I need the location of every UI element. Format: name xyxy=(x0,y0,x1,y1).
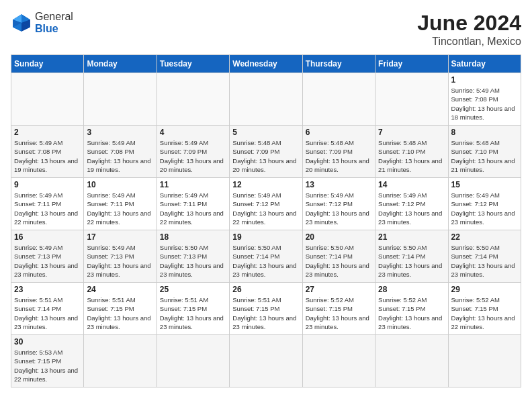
day-cell: 30Sunrise: 5:53 AM Sunset: 7:15 PM Dayli… xyxy=(11,335,84,387)
day-number: 8 xyxy=(451,128,518,137)
day-cell: 23Sunrise: 5:51 AM Sunset: 7:14 PM Dayli… xyxy=(11,283,84,335)
day-cell: 6Sunrise: 5:48 AM Sunset: 7:09 PM Daylig… xyxy=(302,126,375,178)
day-info: Sunrise: 5:49 AM Sunset: 7:13 PM Dayligh… xyxy=(87,243,153,279)
day-number: 21 xyxy=(378,232,445,242)
day-cell xyxy=(302,73,375,126)
day-cell: 26Sunrise: 5:51 AM Sunset: 7:15 PM Dayli… xyxy=(230,283,302,335)
day-cell xyxy=(11,73,84,126)
week-row-5: 23Sunrise: 5:51 AM Sunset: 7:14 PM Dayli… xyxy=(11,283,521,335)
day-info: Sunrise: 5:49 AM Sunset: 7:12 PM Dayligh… xyxy=(306,191,372,226)
day-cell xyxy=(84,335,157,387)
day-cell: 21Sunrise: 5:50 AM Sunset: 7:14 PM Dayli… xyxy=(375,230,448,283)
week-row-2: 2Sunrise: 5:49 AM Sunset: 7:08 PM Daylig… xyxy=(11,126,521,178)
day-number: 1 xyxy=(451,75,518,85)
day-info: Sunrise: 5:53 AM Sunset: 7:15 PM Dayligh… xyxy=(14,348,81,383)
day-number: 7 xyxy=(378,128,445,137)
day-cell xyxy=(84,73,157,126)
day-number: 3 xyxy=(87,128,153,137)
day-cell xyxy=(302,335,375,387)
day-cell xyxy=(157,335,229,387)
day-number: 5 xyxy=(232,128,299,137)
day-number: 22 xyxy=(451,232,518,242)
day-number: 14 xyxy=(378,180,445,189)
day-cell xyxy=(375,335,448,387)
header-sunday: Sunday xyxy=(11,55,84,73)
day-number: 9 xyxy=(14,180,81,189)
day-cell xyxy=(230,73,302,126)
day-info: Sunrise: 5:49 AM Sunset: 7:11 PM Dayligh… xyxy=(87,191,153,226)
day-cell: 15Sunrise: 5:49 AM Sunset: 7:12 PM Dayli… xyxy=(448,178,521,230)
header-thursday: Thursday xyxy=(302,55,375,73)
day-cell: 25Sunrise: 5:51 AM Sunset: 7:15 PM Dayli… xyxy=(157,283,229,335)
day-info: Sunrise: 5:49 AM Sunset: 7:09 PM Dayligh… xyxy=(160,138,226,174)
day-info: Sunrise: 5:52 AM Sunset: 7:15 PM Dayligh… xyxy=(451,295,518,331)
day-info: Sunrise: 5:50 AM Sunset: 7:14 PM Dayligh… xyxy=(232,243,299,279)
week-row-1: 1Sunrise: 5:49 AM Sunset: 7:08 PM Daylig… xyxy=(11,73,521,126)
calendar-header-row: Sunday Monday Tuesday Wednesday Thursday… xyxy=(11,55,521,73)
day-info: Sunrise: 5:48 AM Sunset: 7:09 PM Dayligh… xyxy=(306,138,372,174)
day-number: 20 xyxy=(306,232,372,242)
day-cell: 14Sunrise: 5:49 AM Sunset: 7:12 PM Dayli… xyxy=(375,178,448,230)
day-cell: 28Sunrise: 5:52 AM Sunset: 7:15 PM Dayli… xyxy=(375,283,448,335)
week-row-4: 16Sunrise: 5:49 AM Sunset: 7:13 PM Dayli… xyxy=(11,230,521,283)
day-info: Sunrise: 5:49 AM Sunset: 7:12 PM Dayligh… xyxy=(232,191,299,226)
day-cell: 19Sunrise: 5:50 AM Sunset: 7:14 PM Dayli… xyxy=(230,230,302,283)
header-friday: Friday xyxy=(375,55,448,73)
day-info: Sunrise: 5:48 AM Sunset: 7:10 PM Dayligh… xyxy=(378,138,445,174)
day-info: Sunrise: 5:48 AM Sunset: 7:10 PM Dayligh… xyxy=(451,138,518,174)
logo-icon xyxy=(11,12,32,34)
day-number: 12 xyxy=(232,180,299,189)
day-number: 30 xyxy=(14,337,81,347)
header-monday: Monday xyxy=(84,55,157,73)
day-cell: 3Sunrise: 5:49 AM Sunset: 7:08 PM Daylig… xyxy=(84,126,157,178)
logo: General Blue xyxy=(11,11,73,34)
day-cell: 12Sunrise: 5:49 AM Sunset: 7:12 PM Dayli… xyxy=(230,178,302,230)
logo-text: General Blue xyxy=(35,11,73,34)
day-info: Sunrise: 5:48 AM Sunset: 7:09 PM Dayligh… xyxy=(232,138,299,174)
day-number: 29 xyxy=(451,285,518,294)
header-tuesday: Tuesday xyxy=(157,55,229,73)
day-info: Sunrise: 5:49 AM Sunset: 7:13 PM Dayligh… xyxy=(14,243,81,279)
day-cell: 29Sunrise: 5:52 AM Sunset: 7:15 PM Dayli… xyxy=(448,283,521,335)
day-info: Sunrise: 5:49 AM Sunset: 7:11 PM Dayligh… xyxy=(14,191,81,226)
day-cell: 1Sunrise: 5:49 AM Sunset: 7:08 PM Daylig… xyxy=(448,73,521,126)
day-cell: 16Sunrise: 5:49 AM Sunset: 7:13 PM Dayli… xyxy=(11,230,84,283)
day-cell xyxy=(230,335,302,387)
day-info: Sunrise: 5:52 AM Sunset: 7:15 PM Dayligh… xyxy=(378,295,445,331)
day-info: Sunrise: 5:49 AM Sunset: 7:08 PM Dayligh… xyxy=(14,138,81,174)
day-info: Sunrise: 5:49 AM Sunset: 7:12 PM Dayligh… xyxy=(451,191,518,226)
day-cell: 22Sunrise: 5:50 AM Sunset: 7:14 PM Dayli… xyxy=(448,230,521,283)
day-info: Sunrise: 5:49 AM Sunset: 7:12 PM Dayligh… xyxy=(378,191,445,226)
calendar-title: June 2024 xyxy=(417,11,521,36)
calendar-subtitle: Tincontlan, Mexico xyxy=(417,36,521,48)
day-info: Sunrise: 5:49 AM Sunset: 7:11 PM Dayligh… xyxy=(160,191,226,226)
day-cell: 4Sunrise: 5:49 AM Sunset: 7:09 PM Daylig… xyxy=(157,126,229,178)
day-number: 18 xyxy=(160,232,226,242)
day-cell: 5Sunrise: 5:48 AM Sunset: 7:09 PM Daylig… xyxy=(230,126,302,178)
day-cell: 13Sunrise: 5:49 AM Sunset: 7:12 PM Dayli… xyxy=(302,178,375,230)
day-number: 27 xyxy=(306,285,372,294)
day-info: Sunrise: 5:52 AM Sunset: 7:15 PM Dayligh… xyxy=(306,295,372,331)
calendar-table: Sunday Monday Tuesday Wednesday Thursday… xyxy=(11,54,521,387)
day-info: Sunrise: 5:50 AM Sunset: 7:13 PM Dayligh… xyxy=(160,243,226,279)
day-cell xyxy=(375,73,448,126)
header-wednesday: Wednesday xyxy=(230,55,302,73)
day-number: 25 xyxy=(160,285,226,294)
day-cell: 11Sunrise: 5:49 AM Sunset: 7:11 PM Dayli… xyxy=(157,178,229,230)
day-cell: 17Sunrise: 5:49 AM Sunset: 7:13 PM Dayli… xyxy=(84,230,157,283)
day-cell: 18Sunrise: 5:50 AM Sunset: 7:13 PM Dayli… xyxy=(157,230,229,283)
day-number: 17 xyxy=(87,232,153,242)
day-cell: 8Sunrise: 5:48 AM Sunset: 7:10 PM Daylig… xyxy=(448,126,521,178)
day-number: 28 xyxy=(378,285,445,294)
day-cell: 2Sunrise: 5:49 AM Sunset: 7:08 PM Daylig… xyxy=(11,126,84,178)
day-cell: 20Sunrise: 5:50 AM Sunset: 7:14 PM Dayli… xyxy=(302,230,375,283)
day-cell: 27Sunrise: 5:52 AM Sunset: 7:15 PM Dayli… xyxy=(302,283,375,335)
day-number: 6 xyxy=(306,128,372,137)
week-row-6: 30Sunrise: 5:53 AM Sunset: 7:15 PM Dayli… xyxy=(11,335,521,387)
day-number: 26 xyxy=(232,285,299,294)
day-info: Sunrise: 5:49 AM Sunset: 7:08 PM Dayligh… xyxy=(451,86,518,122)
day-cell: 10Sunrise: 5:49 AM Sunset: 7:11 PM Dayli… xyxy=(84,178,157,230)
day-number: 10 xyxy=(87,180,153,189)
day-number: 2 xyxy=(14,128,81,137)
day-cell: 7Sunrise: 5:48 AM Sunset: 7:10 PM Daylig… xyxy=(375,126,448,178)
